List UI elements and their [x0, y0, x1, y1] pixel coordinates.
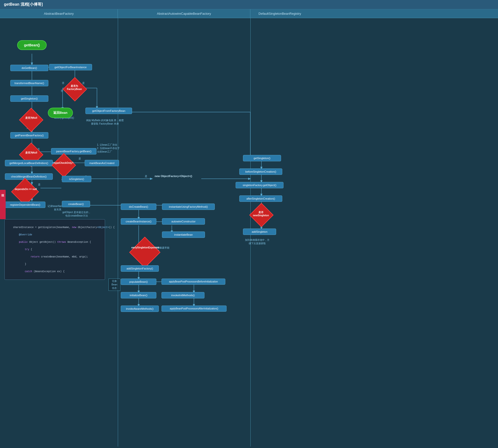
getmergedlocalbeandef-box: getMergedLocalBeanDefinition() — [5, 160, 53, 166]
isnull1-diamond — [19, 108, 43, 132]
markbeanascreated-box: markBeanAsCreated — [85, 160, 119, 166]
svg-text:是: 是 — [79, 157, 81, 160]
isnewsingleton-label: 是否newSingleton — [250, 211, 272, 217]
initializebean-box: initializeBean() — [121, 292, 156, 298]
side-label: 院级 — [0, 190, 6, 219]
invokeinitmethods-box: invokeInitMethods() — [161, 292, 205, 298]
applybefore-box: applyBeanPostProcessorsBeforeInitializat… — [161, 279, 225, 285]
autowireconstructor-box: autowireConstructor — [162, 218, 205, 224]
aftersingletonCreation-box: afterSingletonCreation() — [239, 195, 282, 202]
svg-text:是: 是 — [145, 175, 147, 177]
title-bar: getBean 流程[小傅哥] — [0, 0, 498, 9]
getparentbeanfactory-box: getParentBeanFactory() — [10, 132, 48, 139]
col-header-singleton: DefaultSingletonBeanRegistry — [250, 9, 309, 18]
instantiatebean-box: instantiateBean — [162, 231, 205, 238]
dogetbean-box: doGetBean() — [10, 65, 48, 71]
checkmergedbeandef-box: checkMergedBeanDefinition() — [5, 173, 53, 180]
transformedbeanname-box: transformedBeanName() — [10, 80, 48, 86]
dependson-label: dependsOn == null — [12, 188, 39, 191]
getobject-annotation: getObject 是传递过去的，包含createBean方法 — [62, 211, 91, 218]
instantiateusingfactorymethod-box: instantiateUsingFactoryMethod() — [162, 204, 215, 210]
parentbeanfactorygetbean-box: parentBeanFactory.getBean() — [51, 148, 96, 155]
getobjectforbeaninstance-box: getObjectForBeanInstance — [49, 64, 92, 70]
returnbean-box: 返回Bean — [48, 108, 73, 118]
addsingleton-annotation: 加到单例缓存池中，方便下次直接获取 — [236, 238, 279, 245]
isnull1-label: 是否为Null — [20, 116, 42, 120]
earlysingleton-diamond — [129, 237, 160, 268]
parentfactory-annotation: 1. 父bean工厂存在2. 当前bean不存在于当前bean工厂 — [97, 143, 133, 154]
beforesingletonCreation-box: beforeSingletonCreation() — [239, 168, 282, 175]
col-header-abstract: AbstractBeanFactory — [0, 9, 118, 18]
docreatebean-box: doCreateBean() — [121, 204, 156, 210]
singletonFactoryGetObject-box: singletonFactory.getObject() — [236, 182, 283, 188]
svg-text:否: 否 — [61, 90, 63, 92]
isnull2-label: 是否为Null — [20, 151, 42, 155]
getbean-box: getBean() — [17, 40, 47, 50]
isfactorybean-label: 是否为FactoryBean — [63, 84, 86, 91]
main-content: 否 是 是 否 否 是 否 是 否 是 是 new ObjectFactory<… — [0, 18, 498, 447]
svg-text:new ObjectFactory<Object>(): new ObjectFactory<Object>() — [155, 175, 192, 177]
typecheckonly-label: typeCheckOnly? — [53, 161, 75, 164]
earlysingleton-label: earlySingletonExposure — [130, 246, 161, 249]
page-title: getBean 流程[小傅哥] — [4, 2, 43, 6]
addsingleton-box: addSingleton — [243, 228, 276, 235]
invokeawaremethods-box: invokeAwareMethods() — [121, 305, 159, 312]
createbeaninstance-box: createBeanInstance() — [121, 218, 156, 224]
svg-text:是: 是 — [82, 82, 85, 84]
svg-text:是: 是 — [38, 183, 40, 186]
typecheckonly-diamond — [52, 153, 76, 177]
col-header-autowire: AbstractAutowireCapableBeanFactory — [118, 9, 250, 18]
divider-1 — [118, 18, 118, 447]
getsingleton-box: getSingleton() — [10, 96, 48, 102]
populatebean-box: populateBean() — [121, 279, 156, 285]
column-headers: AbstractBeanFactory AbstractAutowireCapa… — [0, 9, 498, 18]
issingleton-box: isSingleton() — [62, 176, 91, 182]
code-block: sharedInstance = getSingleton(beanName, … — [4, 219, 105, 280]
createbean-box: createBean() — [62, 201, 90, 207]
addsingletonFactory-box: addSingletonFactory() — [121, 265, 159, 272]
completebean-annotation: 完善Bean信息 — [108, 279, 120, 291]
applyafter-box: applyBeanPostProcessorsAfterInitializati… — [161, 305, 226, 312]
mybatis-annotation: 例如 MyBatis 的对象包装 类，都需要获取 FactoryBean 本身 — [86, 119, 124, 126]
svg-text:否: 否 — [62, 82, 64, 84]
getsingleton2-box: getSingleton() — [243, 155, 281, 161]
registerdependentbean-box: registerDependentBean() — [5, 202, 45, 208]
getobjectfromfactorybean-box: getObjectFromFactoryBean — [86, 108, 132, 114]
